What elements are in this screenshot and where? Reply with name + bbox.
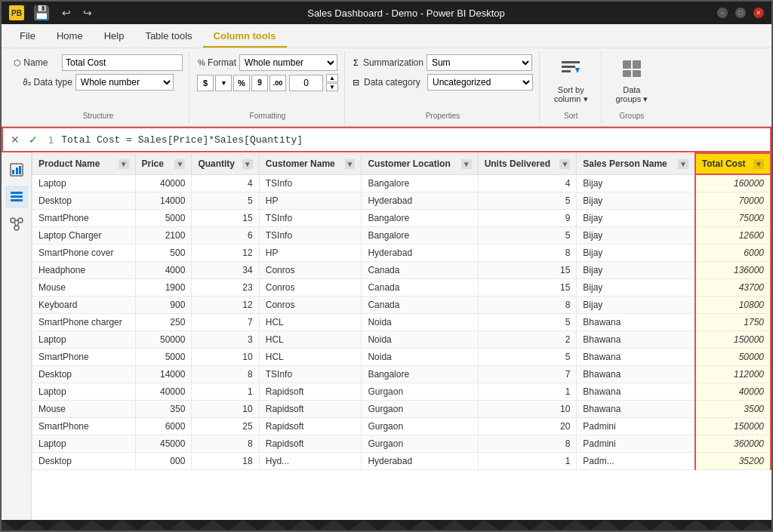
cell-totalcost[interactable]: 3500 — [695, 401, 771, 418]
cell-customer[interactable]: TSInfo — [259, 227, 362, 244]
cell-customer[interactable]: Rapidsoft — [259, 418, 362, 435]
cell-quantity[interactable]: 10 — [192, 401, 259, 418]
minimize-btn[interactable]: − — [717, 8, 728, 18]
cell-customer[interactable]: Hyd... — [259, 453, 362, 470]
cell-product[interactable]: Keyboard — [32, 297, 136, 314]
cell-quantity[interactable]: 23 — [192, 279, 259, 297]
cell-totalcost[interactable]: 160000 — [695, 174, 771, 192]
cell-price[interactable]: 40000 — [135, 174, 192, 192]
cell-product[interactable]: Laptop — [32, 383, 136, 401]
cell-product[interactable]: Desktop — [32, 366, 136, 383]
formula-confirm-btn[interactable]: ✓ — [26, 132, 41, 147]
cell-customer[interactable]: TSInfo — [259, 366, 362, 383]
cell-product[interactable]: Headphone — [32, 262, 136, 279]
cell-totalcost[interactable]: 70000 — [695, 192, 771, 210]
cell-quantity[interactable]: 8 — [192, 366, 259, 383]
cell-salesperson[interactable]: Bhawana — [577, 401, 695, 418]
cell-salesperson[interactable]: Bhawana — [577, 366, 695, 383]
cell-salesperson[interactable]: Bijay — [577, 174, 695, 192]
cell-location[interactable]: Hyderabad — [362, 453, 478, 470]
cell-price[interactable]: 40000 — [135, 383, 192, 401]
sort-by-column-btn[interactable]: Sort bycolumn ▾ — [547, 54, 595, 107]
cell-customer[interactable]: Rapidsoft — [259, 435, 362, 453]
tab-column-tools[interactable]: Column tools — [203, 26, 287, 48]
cell-totalcost[interactable]: 1750 — [695, 314, 771, 331]
cell-quantity[interactable]: 4 — [192, 174, 259, 192]
cell-units[interactable]: 15 — [478, 279, 577, 297]
sidebar-icon-report[interactable] — [5, 158, 28, 181]
col-sort-totalcost[interactable]: ▼ — [753, 159, 764, 169]
cell-salesperson[interactable]: Bijay — [577, 227, 695, 244]
cell-location[interactable]: Canada — [362, 297, 478, 314]
cell-quantity[interactable]: 12 — [192, 244, 259, 262]
cell-customer[interactable]: Conros — [259, 262, 362, 279]
cell-units[interactable]: 1 — [478, 383, 577, 401]
cell-quantity[interactable]: 7 — [192, 314, 259, 331]
cell-product[interactable]: Laptop Charger — [32, 227, 136, 244]
cell-location[interactable]: Hyderabad — [362, 192, 478, 210]
cell-price[interactable]: 000 — [135, 453, 192, 470]
cell-units[interactable]: 8 — [478, 297, 577, 314]
cell-totalcost[interactable]: 43700 — [695, 279, 771, 297]
cell-salesperson[interactable]: Bhawana — [577, 383, 695, 401]
cell-product[interactable]: SmartPhone charger — [32, 314, 136, 331]
cell-totalcost[interactable]: 75000 — [695, 210, 771, 227]
cell-units[interactable]: 9 — [478, 210, 577, 227]
decimal-input[interactable] — [289, 75, 323, 91]
cell-customer[interactable]: Conros — [259, 297, 362, 314]
cell-totalcost[interactable]: 10800 — [695, 297, 771, 314]
decimal-down-btn[interactable]: ▼ — [326, 83, 338, 91]
cell-customer[interactable]: HP — [259, 192, 362, 210]
cell-salesperson[interactable]: Padmini — [577, 418, 695, 435]
cell-salesperson[interactable]: Bijay — [577, 297, 695, 314]
cell-totalcost[interactable]: 150000 — [695, 418, 771, 435]
cell-units[interactable]: 5 — [478, 192, 577, 210]
cell-customer[interactable]: TSInfo — [259, 174, 362, 192]
cell-customer[interactable]: Rapidsoft — [259, 383, 362, 401]
cell-customer[interactable]: HCL — [259, 349, 362, 366]
cell-salesperson[interactable]: Padm... — [577, 453, 695, 470]
summarization-select[interactable]: Sum Average Count Min Max — [427, 54, 532, 71]
tab-home[interactable]: Home — [46, 26, 94, 48]
cell-salesperson[interactable]: Bhawana — [577, 349, 695, 366]
cell-salesperson[interactable]: Bijay — [577, 279, 695, 297]
format-select[interactable]: Whole number Decimal Currency Percentage — [239, 54, 337, 71]
cell-product[interactable]: SmartPhone cover — [32, 244, 136, 262]
cell-units[interactable]: 5 — [478, 314, 577, 331]
col-sort-location[interactable]: ▼ — [461, 159, 472, 169]
cell-product[interactable]: SmartPhone — [32, 349, 136, 366]
decimal-btn[interactable]: .00 — [269, 75, 286, 91]
cell-price[interactable]: 50000 — [135, 331, 192, 349]
chevron-btn[interactable]: ▾ — [215, 75, 232, 91]
cell-location[interactable]: Noida — [362, 349, 478, 366]
sidebar-icon-model[interactable] — [5, 213, 28, 235]
comma-btn[interactable]: 9 — [251, 75, 268, 91]
cell-location[interactable]: Hyderabad — [362, 244, 478, 262]
cell-product[interactable]: SmartPhone — [32, 418, 136, 435]
cell-price[interactable]: 14000 — [135, 366, 192, 383]
cell-totalcost[interactable]: 6000 — [695, 244, 771, 262]
cell-salesperson[interactable]: Bijay — [577, 262, 695, 279]
cell-price[interactable]: 45000 — [135, 435, 192, 453]
cell-location[interactable]: Gurgaon — [362, 401, 478, 418]
formula-cancel-btn[interactable]: ✕ — [8, 132, 23, 147]
cell-units[interactable]: 15 — [478, 262, 577, 279]
cell-customer[interactable]: HCL — [259, 331, 362, 349]
cell-location[interactable]: Bangalore — [362, 210, 478, 227]
col-sort-product[interactable]: ▼ — [119, 159, 129, 169]
cell-units[interactable]: 2 — [478, 331, 577, 349]
cell-price[interactable]: 350 — [135, 401, 192, 418]
cell-location[interactable]: Gurgaon — [362, 418, 478, 435]
data-groups-btn[interactable]: Datagroups ▾ — [609, 54, 655, 107]
quick-undo[interactable]: ↩ — [59, 5, 74, 20]
formula-content[interactable]: Total Cost = Sales[Price]*Sales[Quantity… — [61, 134, 765, 146]
cell-salesperson[interactable]: Bhawana — [577, 314, 695, 331]
datacategory-select[interactable]: Uncategorized Address City Country — [427, 74, 533, 91]
quick-save[interactable]: 💾 — [30, 3, 53, 23]
cell-totalcost[interactable]: 35200 — [695, 453, 771, 470]
cell-quantity[interactable]: 18 — [192, 453, 259, 470]
sidebar-icon-data[interactable] — [5, 186, 28, 208]
close-btn[interactable]: ✕ — [753, 8, 764, 18]
cell-location[interactable]: Bangalore — [362, 366, 478, 383]
cell-price[interactable]: 14000 — [135, 192, 192, 210]
